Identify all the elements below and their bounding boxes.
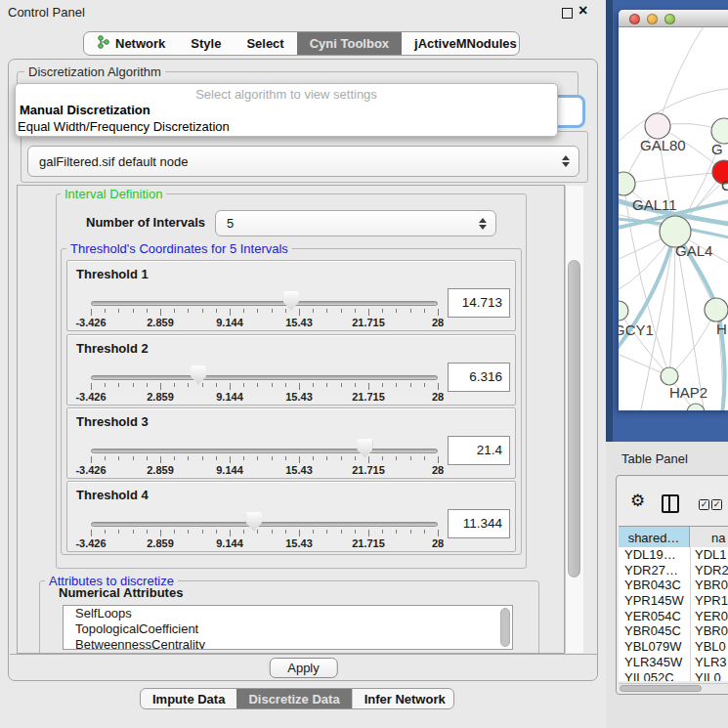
table-cell[interactable]: YPR1 <box>690 593 728 609</box>
slider-track[interactable] <box>91 301 438 306</box>
table-cell[interactable]: YDL19… <box>619 547 690 563</box>
checkbox-icon[interactable]: ✓ <box>711 499 722 510</box>
network-window-titlebar[interactable] <box>619 10 728 27</box>
table-row[interactable]: YER054CYER0 <box>619 609 728 624</box>
tick-mark <box>355 383 356 387</box>
column-header-shared-name[interactable]: shared… <box>619 527 690 548</box>
table-row[interactable]: YBL079WYBL0 <box>619 639 728 655</box>
table-cell[interactable]: YIL0 <box>690 670 728 682</box>
number-of-intervals-combobox[interactable]: 5 <box>215 210 496 236</box>
table-cell[interactable]: YBL0 <box>690 639 728 655</box>
slider-track[interactable] <box>91 375 438 380</box>
split-columns-icon[interactable] <box>662 494 679 513</box>
tab-select[interactable]: Select <box>234 32 296 55</box>
table-row[interactable]: YBR045CYBR0 <box>619 623 728 639</box>
close-icon[interactable]: × <box>578 2 587 20</box>
tick-mark <box>299 383 300 390</box>
threshold-3-slider[interactable]: -3.4262.8599.14415.4321.71528 <box>91 408 438 480</box>
apply-button[interactable]: Apply <box>269 658 338 678</box>
gear-icon[interactable]: ⚙ <box>630 492 645 509</box>
table-row[interactable]: YPR145WYPR1 <box>619 593 728 609</box>
tab-network[interactable]: Network <box>84 32 178 55</box>
table-cell[interactable]: YDL1 <box>690 547 728 563</box>
slider-handle[interactable] <box>357 439 372 458</box>
tick-mark <box>243 456 244 460</box>
tick-mark <box>91 309 92 316</box>
table-cell[interactable]: YIL052C <box>619 670 690 682</box>
tab-style[interactable]: Style <box>178 32 234 55</box>
table-cell[interactable]: YBR0 <box>690 623 728 639</box>
tab-infer-network[interactable]: Infer Network <box>352 689 454 708</box>
table-cell[interactable]: YPR145W <box>619 593 690 609</box>
tick-mark <box>216 383 217 387</box>
attribute-list-item[interactable]: TopologicalCoefficient <box>64 621 512 637</box>
slider-track[interactable] <box>91 522 438 527</box>
network-canvas[interactable]: GAL80GCGAL11GAL4GCY1HHAP2 <box>619 27 728 410</box>
network-node[interactable] <box>661 367 678 385</box>
network-node-label: GAL4 <box>675 242 712 259</box>
tick-label: 9.144 <box>216 464 243 476</box>
attribute-list-item[interactable]: BetweennessCentrality <box>64 637 512 650</box>
network-node[interactable] <box>645 113 670 139</box>
settings-scroll-area: Interval Definition Number of Intervals … <box>17 185 565 654</box>
panel-scrollbar-thumb[interactable] <box>568 260 580 578</box>
network-view-window[interactable]: GAL80GCGAL11GAL4GCY1HHAP2 <box>619 10 728 410</box>
table-row[interactable]: YDL19…YDL1 <box>619 547 728 563</box>
threshold-3-value-field[interactable]: 21.4 <box>448 436 510 465</box>
threshold-4-value-field[interactable]: 11.344 <box>448 509 510 538</box>
threshold-1-slider[interactable]: -3.4262.8599.14415.4321.71528 <box>91 261 438 332</box>
table-cell[interactable]: YLR345W <box>619 655 690 670</box>
table-cell[interactable]: YDR27… <box>619 563 690 578</box>
table-cell[interactable]: YBL079W <box>619 639 690 655</box>
network-node[interactable] <box>619 301 628 321</box>
tick-mark <box>160 383 161 390</box>
table-row[interactable]: YLR345WYLR3 <box>619 655 728 670</box>
table-row[interactable]: YDR27…YDR2 <box>619 563 728 578</box>
tick-label: 15.43 <box>285 464 313 476</box>
zoom-traffic-light-icon[interactable] <box>664 14 675 24</box>
table-cell[interactable]: YBR0 <box>690 578 728 593</box>
tab-jactivemnodules[interactable]: jActiveMNodules <box>402 32 520 55</box>
column-header-name[interactable]: na <box>690 527 728 548</box>
table-body[interactable]: YDL19…YDL1YDR27…YDR2YBR043CYBR0YPR145WYP… <box>619 547 728 681</box>
table-row[interactable]: YIL052CYIL0 <box>619 670 728 682</box>
tab-impute-data[interactable]: Impute Data <box>141 689 236 708</box>
minimize-traffic-light-icon[interactable] <box>647 14 658 24</box>
table-cell[interactable]: YBR045C <box>619 623 690 639</box>
tab-discretize-data[interactable]: Discretize Data <box>236 689 351 708</box>
network-node[interactable] <box>705 298 728 321</box>
table-cell[interactable]: YER0 <box>690 609 728 624</box>
slider-handle[interactable] <box>191 365 206 385</box>
slider-handle[interactable] <box>283 291 299 311</box>
slider-handle[interactable] <box>246 512 262 532</box>
list-scrollbar[interactable] <box>500 608 510 647</box>
table-cell[interactable]: YER054C <box>619 609 690 624</box>
table-data-combobox[interactable]: galFiltered.sif default node <box>27 146 579 177</box>
checkbox-icon[interactable]: ✓ <box>699 499 709 510</box>
threshold-2-slider[interactable]: -3.4262.8599.14415.4321.71528 <box>91 335 438 407</box>
float-window-icon[interactable] <box>562 8 573 19</box>
attribute-list-item[interactable]: SelfLoops <box>64 606 512 621</box>
table-cell[interactable]: YLR3 <box>690 655 728 670</box>
table-row[interactable]: YBR043CYBR0 <box>619 578 728 593</box>
table-hscrollbar-thumb[interactable] <box>620 685 702 692</box>
close-traffic-light-icon[interactable] <box>629 14 640 24</box>
tab-cyni-toolbox[interactable]: Cyni Toolbox <box>297 32 402 55</box>
tick-mark <box>299 456 300 463</box>
table-cell[interactable]: YDR2 <box>690 563 728 578</box>
numerical-attributes-list[interactable]: SelfLoopsTopologicalCoefficientBetweenne… <box>63 605 513 650</box>
table-hscrollbar-track[interactable] <box>619 683 728 693</box>
algorithm-option-manual[interactable]: Manual Discretization <box>20 103 150 117</box>
slider-track[interactable] <box>91 449 438 453</box>
algorithm-option-equal-width[interactable]: Equal Width/Frequency Discretization <box>18 119 230 134</box>
table-cell[interactable]: YBR043C <box>619 578 690 593</box>
combobox-spinner-icon <box>561 155 570 167</box>
tick-label: 21.715 <box>352 391 385 403</box>
tick-mark <box>396 309 397 313</box>
discretization-algorithm-group-title: Discretization Algorithm <box>24 64 165 79</box>
tick-label: 21.715 <box>352 537 385 549</box>
threshold-1-value-field[interactable]: 14.713 <box>448 288 510 318</box>
threshold-4-slider[interactable]: -3.4262.8599.14415.4321.71528 <box>91 482 438 553</box>
control-panel-titlebar: Control Panel × <box>0 0 606 23</box>
threshold-2-value-field[interactable]: 6.316 <box>448 363 510 392</box>
